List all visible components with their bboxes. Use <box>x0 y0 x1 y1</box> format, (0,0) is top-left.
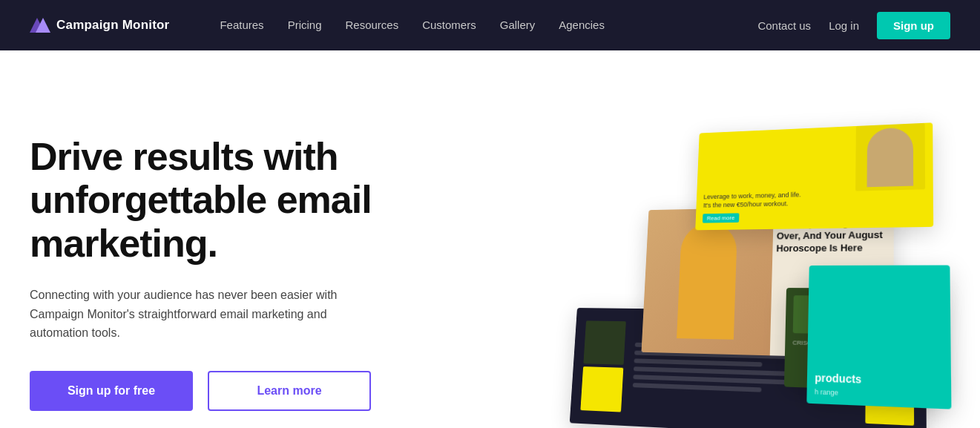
hero-title: Drive results with unforgettable email m… <box>30 135 445 265</box>
hero-section: Drive results with unforgettable email m… <box>0 50 980 428</box>
login-link[interactable]: Log in <box>829 19 859 32</box>
hero-buttons: Sign up for free Learn more <box>30 371 445 411</box>
nav-customers[interactable]: Customers <box>422 19 476 31</box>
hero-visual: girlboss Leverage to work, money, and li… <box>445 95 950 428</box>
nav-features[interactable]: Features <box>220 19 263 31</box>
signup-hero-button[interactable]: Sign up for free <box>30 371 193 411</box>
nav-links: Features Pricing Resources Customers Gal… <box>220 19 605 32</box>
nav-pricing[interactable]: Pricing <box>288 19 322 31</box>
nav-gallery[interactable]: Gallery <box>500 19 536 31</box>
dark-col-images <box>580 320 625 412</box>
card-image <box>855 123 925 191</box>
hero-subtitle: Connecting with your audience has never … <box>30 286 386 343</box>
navbar: Campaign Monitor Features Pricing Resour… <box>0 0 980 50</box>
nav-right: Contact us Log in Sign up <box>757 12 950 39</box>
card-text: Leverage to work, money, and life.It's t… <box>703 190 801 223</box>
contact-link[interactable]: Contact us <box>757 19 811 32</box>
person-silhouette <box>867 127 914 187</box>
dark-product-1 <box>583 320 625 365</box>
logo[interactable]: Campaign Monitor <box>30 18 169 33</box>
hero-content: Drive results with unforgettable email m… <box>30 135 445 410</box>
logo-icon <box>30 18 50 33</box>
nav-left: Campaign Monitor Features Pricing Resour… <box>30 18 605 33</box>
learn-more-button[interactable]: Learn more <box>208 371 371 411</box>
email-mockups: girlboss Leverage to work, money, and li… <box>570 114 961 428</box>
nav-resources[interactable]: Resources <box>345 19 398 31</box>
dark-product-2 <box>580 366 623 412</box>
brand-name: Campaign Monitor <box>56 18 169 33</box>
teal-card-text: h range <box>815 388 943 401</box>
person-yellow <box>677 223 737 340</box>
nav-agencies[interactable]: Agencies <box>559 19 605 31</box>
signup-nav-button[interactable]: Sign up <box>877 12 950 39</box>
